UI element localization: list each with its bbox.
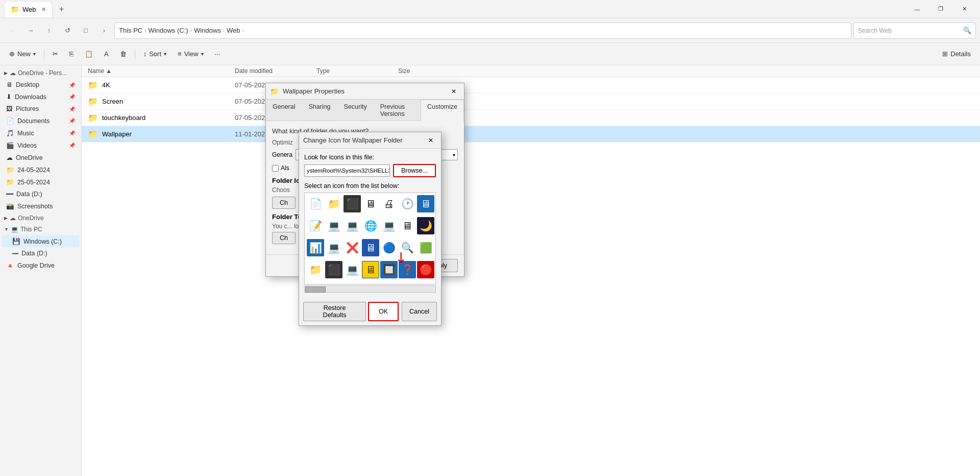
select-label: Select an icon from the list below: <box>304 182 436 189</box>
icon-5[interactable]: 🕐 <box>399 195 416 212</box>
icon-3[interactable]: 🖥 <box>362 195 379 212</box>
icon-9[interactable]: 💻 <box>344 217 361 234</box>
changeicon-content: Look for icons in this file: ystemRoot%\… <box>299 149 441 298</box>
file-path-row: ystemRoot%\System32\SHELL32.dll Browse..… <box>304 164 436 177</box>
choose-template-button[interactable]: Ch <box>272 232 296 244</box>
icon-17[interactable]: 🖥 <box>362 239 379 256</box>
icon-grid: 📄 📁 ⬛ 🖥 🖨 🕐 🖥 📝 💻 💻 🌐 💻 🖥 🌙 📊 💻 ❌ <box>304 193 436 284</box>
icon-8[interactable]: 💻 <box>325 217 342 234</box>
wallpaper-dialog-close-button[interactable]: ✕ <box>448 85 460 98</box>
icon-1[interactable]: 📁 <box>325 195 342 212</box>
icon-15[interactable]: 💻 <box>325 239 342 256</box>
tab-sharing[interactable]: Sharing <box>302 100 337 121</box>
icon-12[interactable]: 🖥 <box>399 217 416 234</box>
change-icon-dialog: Change Icon for Wallpaper Folder ✕ Look … <box>299 132 442 326</box>
also-label: Als <box>281 164 289 172</box>
wallpaper-dialog-tabs: General Sharing Security Previous Versio… <box>266 100 464 121</box>
changeicon-ok-button[interactable]: OK <box>368 302 399 321</box>
icon-23[interactable]: 💻 <box>344 261 361 278</box>
scroll-thumb[interactable] <box>305 287 326 293</box>
icon-4[interactable]: 🖨 <box>380 195 398 212</box>
icon-2[interactable]: ⬛ <box>344 195 361 212</box>
browse-button[interactable]: Browse... <box>393 164 436 177</box>
icon-22[interactable]: ⬛ <box>325 261 342 278</box>
dropdown-chevron: ▾ <box>453 152 455 158</box>
look-for-label: Look for icons in this file: <box>304 154 436 161</box>
file-path-input[interactable]: ystemRoot%\System32\SHELL32.dll <box>304 164 390 177</box>
general-label: Genera <box>272 151 292 158</box>
also-checkbox[interactable] <box>272 165 279 172</box>
changeicon-cancel-button[interactable]: Cancel <box>402 302 437 321</box>
icon-0[interactable]: 📄 <box>307 195 324 212</box>
tab-general[interactable]: General <box>266 100 302 121</box>
tab-customize[interactable]: Customize <box>421 100 464 121</box>
changeicon-ok-cancel: OK Cancel <box>368 302 437 321</box>
icon-25[interactable]: 🔲 <box>380 261 398 278</box>
changeicon-close-button[interactable]: ✕ <box>425 134 437 147</box>
wallpaper-dialog-title-text: Wallpaper Properties <box>283 87 444 95</box>
scroll-indicator <box>304 285 436 293</box>
icon-16[interactable]: ❌ <box>344 239 361 256</box>
tab-previous-versions[interactable]: Previous Versions <box>374 100 421 121</box>
wallpaper-dialog-title-bar: 📁 Wallpaper Properties ✕ <box>266 83 464 100</box>
file-path-value: ystemRoot%\System32\SHELL32.dll <box>307 168 390 174</box>
change-icon-button[interactable]: Ch <box>272 197 296 209</box>
wallpaper-dialog-title-icon: 📁 <box>270 87 279 96</box>
icon-6[interactable]: 🖥 <box>417 195 434 212</box>
icon-13[interactable]: 🌙 <box>417 217 434 234</box>
dialog-overlay: 📁 Wallpaper Properties ✕ General Sharing… <box>0 0 980 476</box>
tab-security[interactable]: Security <box>337 100 374 121</box>
changeicon-title-text: Change Icon for Wallpaper Folder <box>303 136 421 144</box>
icon-20[interactable]: 🟩 <box>417 239 434 256</box>
icon-21[interactable]: 📁 <box>307 261 324 278</box>
icon-10[interactable]: 🌐 <box>362 217 379 234</box>
icon-14[interactable]: 📊 <box>307 239 324 256</box>
changeicon-bottom: Restore Defaults OK Cancel <box>299 298 441 325</box>
icon-11[interactable]: 💻 <box>380 217 398 234</box>
icon-27[interactable]: 🔴 <box>417 261 434 278</box>
icon-7[interactable]: 📝 <box>307 217 324 234</box>
restore-defaults-button[interactable]: Restore Defaults <box>303 302 366 321</box>
changeicon-title-bar: Change Icon for Wallpaper Folder ✕ <box>299 132 441 149</box>
icon-24[interactable]: 🖥 <box>362 261 379 278</box>
